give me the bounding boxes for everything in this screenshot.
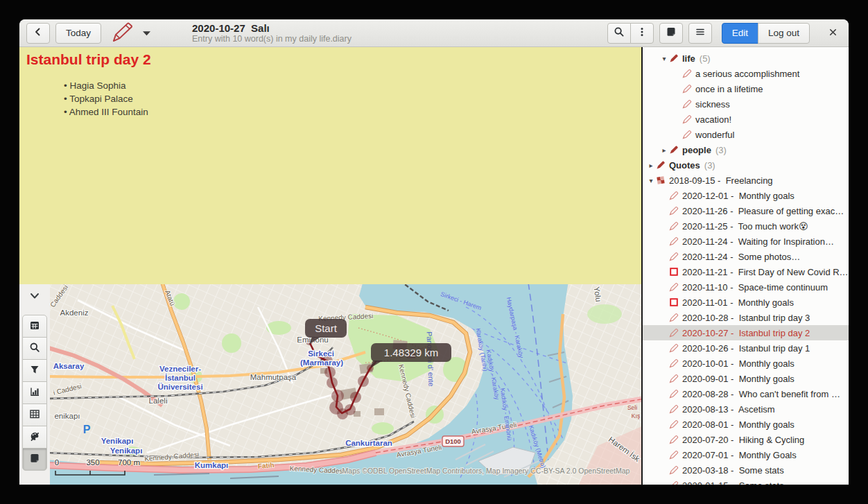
- tree-row[interactable]: 2020-11-26 - Pleasure of getting exac…: [643, 203, 849, 218]
- entry-pencil-icon: [669, 374, 679, 383]
- expander-down-icon[interactable]: ▾: [659, 55, 669, 62]
- tree-row-label: 2020-09-01 - Monthly goals: [682, 374, 795, 384]
- tree-row[interactable]: 2020-01-15 - Some stats: [643, 478, 849, 485]
- tree-row[interactable]: 2020-09-01 - Monthly goals: [643, 371, 849, 386]
- tree-row-label: once in a lifetime: [695, 84, 763, 94]
- tree-row[interactable]: 2020-10-26 - Istanbul trip day 1: [643, 340, 849, 356]
- tree-row[interactable]: ▾2018-09-15 - Freelancing: [643, 173, 849, 188]
- entry-pencil-icon: [682, 99, 693, 109]
- tree-row-label: 2020-07-20 - Hiking & Cycling: [682, 435, 804, 445]
- edit-button[interactable]: Edit: [722, 23, 758, 44]
- tree-row[interactable]: 2020-10-01 - Monthly goals: [643, 356, 849, 371]
- search-tool-button[interactable]: [22, 337, 47, 360]
- back-button[interactable]: [26, 23, 50, 44]
- entry-pencil-icon: [669, 313, 679, 322]
- close-icon: [828, 29, 838, 40]
- map-panel: D100 AkdenizCaddesiAtatüAksarayVeznecile…: [19, 284, 641, 485]
- stats-tool-button[interactable]: [22, 381, 47, 404]
- tree-row[interactable]: 2020-12-01 - Monthly goals: [643, 188, 849, 203]
- tree-row[interactable]: 2020-07-01 - Monthly Goals: [643, 447, 849, 462]
- tree-row[interactable]: 2020-08-13 - Ascetism: [643, 401, 849, 417]
- tree-row[interactable]: 2020-11-21 - First Day of New Covid R…: [643, 264, 849, 279]
- search-icon: [29, 342, 40, 355]
- tree-row[interactable]: ▸people(3): [643, 142, 849, 157]
- svg-text:Start: Start: [315, 322, 338, 334]
- journal-button[interactable]: [659, 23, 683, 44]
- map-label: Yenikapı: [110, 446, 143, 455]
- more-menu-button[interactable]: [630, 23, 654, 44]
- entry-pencil-icon: [669, 191, 679, 200]
- tree-row-label: 2020-01-15 - Some stats: [682, 480, 784, 485]
- entry-pencil-icon: [669, 419, 679, 429]
- tree-row[interactable]: sickness: [643, 96, 849, 112]
- tree-row-label: 2020-11-21 - First Day of New Covid R…: [682, 267, 849, 277]
- tree-row[interactable]: 2020-11-24 - Some photos…: [643, 249, 849, 264]
- tree-row-label: 2020-11-01 - Monthly goals: [682, 297, 794, 308]
- tree-row[interactable]: 2020-07-20 - Hiking & Cycling: [643, 432, 849, 447]
- collapse-panel-button[interactable]: [26, 290, 43, 304]
- tree-row-label: people: [682, 145, 711, 155]
- expander-down-icon[interactable]: ▾: [646, 177, 656, 184]
- editor-area[interactable]: Istanbul trip day 2 Hagia SophiaTopkapi …: [19, 47, 641, 284]
- kebab-menu-icon: [636, 26, 648, 40]
- bullet-item: Topkapi Palace: [64, 92, 634, 105]
- tree-row[interactable]: wonderful: [643, 127, 849, 142]
- search-button[interactable]: [607, 23, 631, 44]
- tree-row-label: 2020-10-27 - Istanbul trip day 2: [682, 328, 810, 338]
- bullet-item: Hagia Sophia: [64, 79, 634, 92]
- today-button[interactable]: Today: [55, 23, 101, 44]
- map-label: Vezneciler-: [159, 365, 201, 373]
- filter-tool-button[interactable]: [22, 359, 47, 382]
- entries-tree: ▾life(5)a serious accomplishmentonce in …: [643, 51, 849, 485]
- map-toolbar: [19, 284, 50, 485]
- svg-text:1.48329 km: 1.48329 km: [384, 347, 438, 358]
- filter-icon: [29, 364, 40, 377]
- tree-row-label: life: [682, 53, 695, 64]
- bullet-list: Hagia SophiaTopkapi PalaceAhmed III Foun…: [26, 79, 634, 119]
- entry-pencil-icon: [682, 69, 693, 78]
- tree-row[interactable]: once in a lifetime: [643, 81, 849, 96]
- tree-row[interactable]: 2020-11-01 - Monthly goals: [643, 295, 849, 310]
- svg-text:350: 350: [86, 458, 99, 467]
- square-icon: [669, 297, 679, 307]
- tree-row-label: 2020-10-26 - Istanbul trip day 1: [682, 343, 810, 354]
- entry-pencil-icon: [682, 130, 693, 139]
- map-tool-button[interactable]: [22, 448, 47, 471]
- logout-button[interactable]: Log out: [758, 23, 810, 44]
- tree-row[interactable]: 2020-11-24 - Waiting for Inspiration…: [643, 234, 849, 249]
- entry-pencil-icon: [669, 389, 679, 399]
- template-icon: [656, 175, 666, 185]
- expander-right-icon[interactable]: ▸: [659, 146, 669, 154]
- bullet-item: Ahmed III Fountain: [64, 105, 634, 119]
- journal-menu-button[interactable]: [107, 20, 153, 46]
- tree-row-label: 2018-09-15 - Freelancing: [669, 175, 773, 186]
- map-label: İstanbul: [165, 374, 196, 382]
- entry-pencil-icon: [682, 114, 693, 124]
- close-button[interactable]: [824, 24, 842, 42]
- table-tool-button[interactable]: [22, 403, 47, 426]
- tree-row[interactable]: a serious accomplishment: [643, 66, 849, 81]
- tree-row[interactable]: vacation!: [643, 112, 849, 127]
- tree-row[interactable]: 2020-11-10 - Space-time continuum: [643, 279, 849, 295]
- entry-pencil-icon: [682, 84, 693, 94]
- entry-pencil-icon: [669, 358, 679, 368]
- tree-row[interactable]: ▾life(5): [643, 51, 849, 66]
- tree-row[interactable]: 2020-10-28 - Istanbul trip day 3: [643, 310, 849, 325]
- tree-row[interactable]: 2020-10-27 - Istanbul trip day 2: [643, 325, 849, 340]
- palette-tool-button[interactable]: [22, 426, 47, 449]
- tree-row[interactable]: 2020-08-28 - Who can't benefit from …: [643, 386, 849, 401]
- tree-row[interactable]: ▸Quotes(3): [643, 157, 849, 173]
- tree-row-label: 2020-10-28 - Istanbul trip day 3: [682, 313, 810, 323]
- red-pencil-icon: [110, 20, 136, 46]
- pan-down-icon: [143, 28, 150, 38]
- calendar-tool-button[interactable]: [22, 315, 47, 338]
- tree-row[interactable]: 2020-11-25 - Too much work😵: [643, 218, 849, 234]
- map-canvas[interactable]: D100 AkdenizCaddesiAtatüAksarayVeznecile…: [50, 284, 641, 485]
- tree-row[interactable]: 2020-03-18 - Some stats: [643, 462, 849, 478]
- hamburger-menu-button[interactable]: [688, 23, 712, 44]
- expander-right-icon[interactable]: ▸: [646, 162, 656, 169]
- tree-row[interactable]: 2020-08-01 - Monthly goals: [643, 417, 849, 432]
- tree-row-label: sickness: [695, 99, 730, 110]
- map-label: Mahmutpaşa: [250, 373, 297, 381]
- entry-pencil-icon: [669, 221, 679, 231]
